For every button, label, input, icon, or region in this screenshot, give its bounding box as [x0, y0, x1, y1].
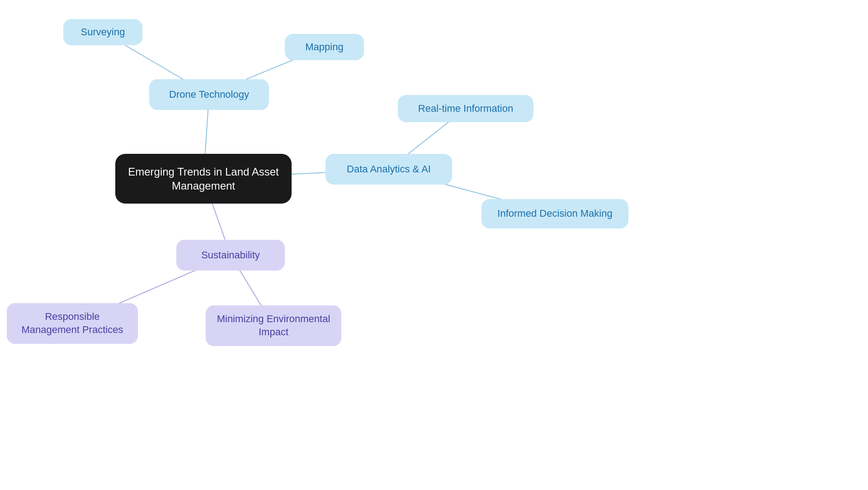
node-drone: Drone Technology [149, 79, 269, 110]
node-minEnv: Minimizing Environmental Impact [206, 305, 341, 346]
node-sustainability: Sustainability [176, 240, 285, 271]
node-mapping: Mapping [285, 34, 364, 60]
node-surveying: Surveying [63, 19, 142, 45]
node-responsibleMgmt: Responsible Management Practices [7, 303, 138, 344]
node-surveying-label: Surveying [81, 26, 125, 39]
node-responsibleMgmt-label: Responsible Management Practices [18, 310, 127, 336]
node-dataAnalytics: Data Analytics & AI [326, 154, 452, 185]
node-realtimeInfo: Real-time Information [398, 95, 533, 122]
node-sustainability-label: Sustainability [201, 249, 260, 262]
node-minEnv-label: Minimizing Environmental Impact [217, 313, 330, 338]
node-drone-label: Drone Technology [169, 88, 249, 101]
mindmap-container: Emerging Trends in Land Asset Management… [0, 0, 868, 490]
node-center-label: Emerging Trends in Land Asset Management [126, 165, 281, 193]
node-center: Emerging Trends in Land Asset Management [115, 154, 292, 204]
node-dataAnalytics-label: Data Analytics & AI [347, 163, 431, 176]
node-mapping-label: Mapping [305, 41, 343, 54]
connections-svg [0, 0, 868, 490]
node-informedDecision-label: Informed Decision Making [497, 207, 612, 220]
node-informedDecision: Informed Decision Making [481, 199, 628, 228]
node-realtimeInfo-label: Real-time Information [418, 102, 513, 115]
